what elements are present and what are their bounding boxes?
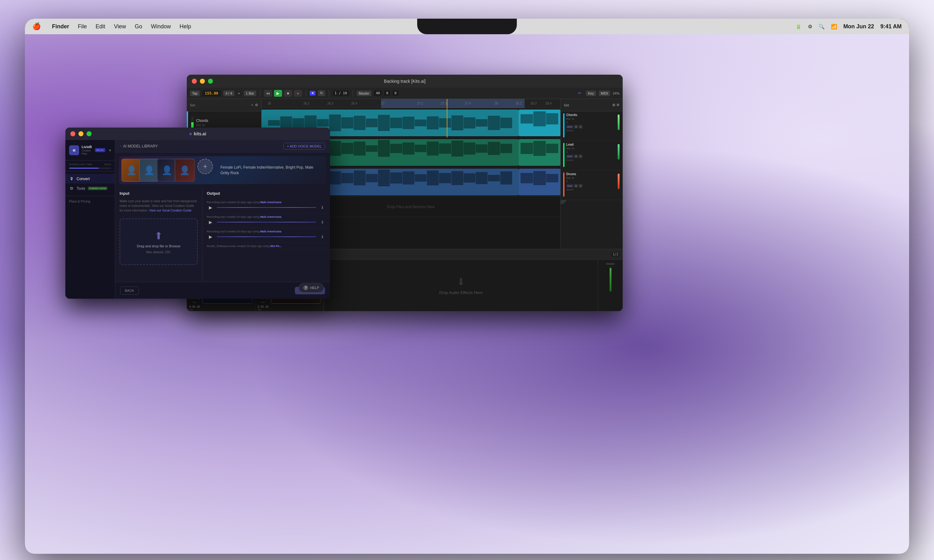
help-button[interactable]: ? HELP [299,283,324,292]
toolbar-separator-4 [353,90,353,97]
kits-user-header: « LivieB Creator Plan BETA ▾ [65,140,115,160]
play-track-3-button[interactable]: ▶ [207,233,214,240]
output-track-2-label-text: Recording.mp3 created 18 days ago using [207,215,259,218]
menubar-window[interactable]: Window [151,23,171,30]
menubar-finder[interactable]: Finder [52,23,69,30]
panel-expand-icon[interactable]: ⊞ [612,103,615,107]
add-voice-model-button[interactable]: + ADD VOICE MODEL [283,143,325,150]
cs-auto-lead[interactable]: Auto [566,155,573,158]
play-track-1-button[interactable]: ▶ [207,204,214,211]
right-panel-header: Set ⊞ ⚙ [561,99,623,111]
model-avatar-2[interactable]: 👤 [139,158,159,182]
kits-title-text: kits.ai [194,131,207,136]
person-icon-4: 👤 [179,165,190,175]
input-drop-zone[interactable]: ⬆ Drag and drop file or Browse Max datas… [120,218,198,265]
sidebar-item-convert[interactable]: 🎙 Convert [65,174,115,183]
input-guide-link[interactable]: View our Vocal Creation Guide [149,209,191,212]
control-center-icon[interactable]: ⚙ [808,24,812,29]
drums-clip-2[interactable] [519,169,560,195]
download-track-3-button[interactable]: ⬇ [319,233,326,240]
back-button[interactable]: BACK [120,286,139,295]
menubar-edit[interactable]: Edit [96,23,105,30]
menubar-help[interactable]: Help [180,23,191,30]
kits-titlebar: « kits.ai [65,128,330,140]
output-track-2: Recording.mp3 created 18 days ago using … [202,214,330,228]
add-model-button[interactable]: + [197,158,213,174]
cs-btn2-chords[interactable]: S [574,125,578,128]
menubar-file[interactable]: File [78,23,87,30]
cs-btn2-drums[interactable]: S [574,184,578,188]
model-avatar-3[interactable]: 👤 [157,158,177,182]
gain-dB-2: 0.00 dB [258,306,321,308]
panel-gear-icon[interactable]: ⚙ [617,103,620,107]
toolbar-tempo[interactable]: 155.00 [202,90,221,97]
stop-button[interactable]: ■ [284,90,292,97]
output-player-3: ▶ ⬇ [207,233,326,240]
toolbar-extra: 0 [384,91,390,96]
close-button[interactable] [192,79,197,84]
cs-auto-drums[interactable]: Auto [566,184,573,188]
playhead [447,99,447,108]
kits-ai-window[interactable]: « kits.ai « LivieB Creator Pl [65,128,330,298]
menubar-clock: 9:41 AM [880,23,902,30]
ruler-26: 26 [267,102,271,105]
drop-fx-zone[interactable]: ⬇ Drop Audio Effects Here [324,260,598,311]
fullscreen-button[interactable] [208,79,213,84]
lead-clip-2[interactable] [519,139,560,166]
cs-btn3-drums[interactable]: C [579,184,583,188]
wifi-icon: 📶 [831,24,837,29]
cs-btn3-chords[interactable]: C [579,125,583,128]
toolbar-cycle[interactable]: ↻ [318,90,325,96]
kits-user-expand-icon[interactable]: ▾ [109,148,111,153]
ruler-274: 27.4 [465,102,471,105]
cs-auto-chords[interactable]: Auto [566,125,573,128]
record-button[interactable]: ● [294,90,302,97]
ruler-283: 28.3 [530,102,536,105]
download-track-1-button[interactable]: ⬇ [319,204,326,211]
output-player-1: ▶ ⬇ [207,204,326,211]
toolbar-timesig[interactable]: 4 / 4 [223,91,234,96]
apple-logo-icon[interactable]: 🍎 [32,22,41,31]
toolbar-master-label[interactable]: Master [357,91,372,96]
kits-user-info: LivieB Creator Plan [82,145,92,155]
tools-label: Tools [77,186,85,191]
track-sub-chords: Ext. In [196,123,258,127]
toolbar-percent: 24% [613,91,620,95]
sidebar-item-plans[interactable]: Plans & Pricing [65,196,115,207]
ruler-28: 28 [495,102,498,105]
set-label: Set [190,103,195,107]
tools-icon: ⚙ [69,186,74,191]
menubar-go[interactable]: Go [135,23,142,30]
cs-btn3-lead[interactable]: C [579,155,583,158]
avatar-3-placeholder: 👤 [157,159,177,181]
cs-btn2-lead[interactable]: S [574,155,578,158]
kits-close-button[interactable] [70,131,76,136]
play-track-2-button[interactable]: ▶ [207,218,214,226]
download-track-2-button[interactable]: ⬇ [319,219,326,226]
toolbar-smart-btn[interactable]: ✦ [310,91,315,95]
toolbar-pencil-icon[interactable]: ✏ [578,91,581,95]
output-track-1-label: Recording.mp3 created 18 days ago using … [207,201,326,204]
menubar-view[interactable]: View [114,23,126,30]
cs-num-lead: 1 [566,150,615,153]
tracks-settings-icon[interactable]: ⚙ [255,103,258,107]
chords-big-display: Chords [561,200,623,206]
tracks-add-icon[interactable]: + [251,103,253,107]
play-button[interactable]: ▶ [274,90,282,97]
toolbar-key[interactable]: Key [586,91,596,96]
model-avatar-1[interactable]: 👤 [122,158,142,182]
mix-val-2: Mix [258,308,321,311]
sidebar-item-tools[interactable]: ⚙ Tools COMING SOON [65,183,115,193]
rewind-button[interactable]: ⏮ [264,90,272,97]
toolbar-bars[interactable]: 1 Bar [244,91,256,96]
kits-fullscreen-button[interactable] [86,131,91,136]
model-avatars: 👤 👤 👤 [119,156,216,184]
minimize-button[interactable] [200,79,205,84]
chords-clip-2[interactable] [519,109,560,136]
cs-name-drums: Drums [566,172,615,176]
kits-minimize-button[interactable] [79,131,83,136]
toolbar-mode-btn[interactable]: Tap [190,91,200,96]
toolbar-midi[interactable]: MIDI [599,91,610,96]
search-icon[interactable]: 🔍 [818,24,825,29]
model-avatar-4[interactable]: 👤 [175,158,195,182]
